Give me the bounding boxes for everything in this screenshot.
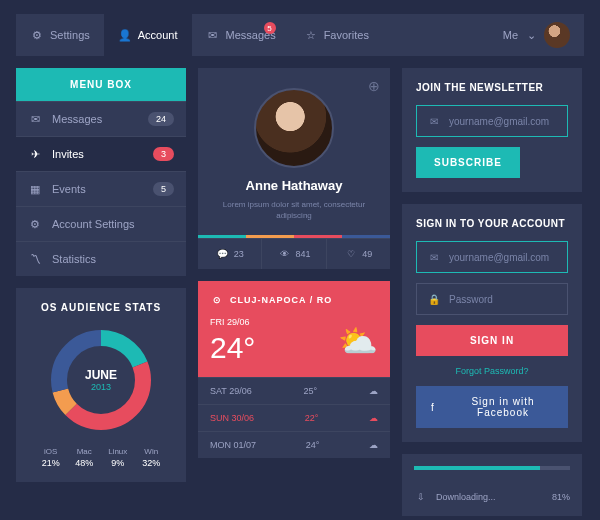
profile-avatar [254, 88, 334, 168]
chart-icon: 〽 [28, 252, 42, 266]
profile-card: ⊕ Anne Hathaway Lorem ipsum dolor sit am… [198, 68, 390, 269]
subscribe-button[interactable]: SUBSCRIBE [416, 147, 520, 178]
eye-icon: 👁 [277, 247, 291, 261]
password-input[interactable]: 🔒Password [416, 283, 568, 315]
star-icon: ☆ [304, 28, 318, 42]
heart-icon: ♡ [344, 247, 358, 261]
messages-badge: 5 [264, 22, 276, 34]
forecast-row: SAT 29/0625°☁ [198, 377, 390, 404]
nav-settings[interactable]: ⚙Settings [16, 14, 104, 56]
menu-account-settings[interactable]: ⚙Account Settings [16, 206, 186, 241]
signin-title: SIGN IN TO YOUR ACCOUNT [416, 218, 568, 229]
pin-icon: ⊙ [210, 293, 224, 307]
forgot-password-link[interactable]: Forgot Password? [416, 366, 568, 376]
signin-button[interactable]: SIGN IN [416, 325, 568, 356]
weather-location: ⊙CLUJ-NAPOCA / RO [210, 293, 378, 307]
menu-invites[interactable]: ✈Invites3 [16, 136, 186, 171]
chart-legend: iOS21% Mac48% Linux9% Win32% [30, 447, 172, 468]
nav-account[interactable]: 👤Account [104, 14, 192, 56]
mail-icon: ✉ [427, 114, 441, 128]
profile-stats: 💬23 👁841 ♡49 [198, 238, 390, 269]
stat-comments[interactable]: 💬23 [198, 239, 262, 269]
forecast-row: SUN 30/0622°☁ [198, 404, 390, 431]
os-stats-panel: OS AUDIENCE STATS JUNE2013 iOS21% Mac48%… [16, 288, 186, 482]
cloud-icon: ☁ [369, 440, 378, 450]
stat-views[interactable]: 👁841 [262, 239, 326, 269]
mail-icon: ✉ [206, 28, 220, 42]
progress-bar [414, 466, 570, 470]
menu-header: MENU BOX [16, 68, 186, 101]
segment-bar [198, 235, 390, 238]
cloud-icon: ☁ [369, 413, 378, 423]
add-icon[interactable]: ⊕ [368, 78, 380, 94]
facebook-signin-button[interactable]: fSign in with Facebook [416, 386, 568, 428]
donut-chart: JUNE2013 [46, 325, 156, 435]
user-icon: 👤 [118, 28, 132, 42]
nav-favorites[interactable]: ☆Favorites [290, 14, 383, 56]
avatar [544, 22, 570, 48]
weather-icon: ⛅ [338, 322, 378, 360]
weather-card: ⊙CLUJ-NAPOCA / RO FRI 29/0624° ⛅ SAT 29/… [198, 281, 390, 458]
newsletter-title: JOIN THE NEWSLETTER [416, 82, 568, 93]
facebook-icon: f [426, 400, 440, 414]
chevron-down-icon: ⌄ [524, 28, 538, 42]
profile-desc: Lorem ipsum dolor sit amet, consectetur … [212, 199, 376, 221]
forecast-row: MON 01/0724°☁ [198, 431, 390, 458]
chart-title: OS AUDIENCE STATS [30, 302, 172, 313]
user-menu[interactable]: Me⌄ [489, 14, 584, 56]
signin-card: SIGN IN TO YOUR ACCOUNT ✉yourname@gmail.… [402, 204, 582, 442]
download-label: Downloading... [436, 492, 544, 502]
send-icon: ✈ [28, 147, 42, 161]
email-input[interactable]: ✉yourname@gmail.com [416, 241, 568, 273]
cloud-icon: ☁ [369, 386, 378, 396]
newsletter-card: JOIN THE NEWSLETTER ✉yourname@gmail.com … [402, 68, 582, 192]
gear-icon: ⚙ [30, 28, 44, 42]
menu-messages[interactable]: ✉Messages24 [16, 101, 186, 136]
download-percent: 81% [552, 492, 570, 502]
menu-box: MENU BOX ✉Messages24 ✈Invites3 ▦Events5 … [16, 68, 186, 276]
download-icon: ⇩ [414, 490, 428, 504]
mail-icon: ✉ [427, 250, 441, 264]
stat-likes[interactable]: ♡49 [327, 239, 390, 269]
menu-events[interactable]: ▦Events5 [16, 171, 186, 206]
profile-name: Anne Hathaway [212, 178, 376, 193]
calendar-icon: ▦ [28, 182, 42, 196]
lock-icon: 🔒 [427, 292, 441, 306]
menu-statistics[interactable]: 〽Statistics [16, 241, 186, 276]
nav-messages[interactable]: ✉Messages5 [192, 14, 290, 56]
comment-icon: 💬 [216, 247, 230, 261]
mail-icon: ✉ [28, 112, 42, 126]
top-nav: ⚙Settings 👤Account ✉Messages5 ☆Favorites… [16, 14, 584, 56]
newsletter-email-input[interactable]: ✉yourname@gmail.com [416, 105, 568, 137]
download-card: ⇩Downloading...81% [402, 454, 582, 516]
gear-icon: ⚙ [28, 217, 42, 231]
